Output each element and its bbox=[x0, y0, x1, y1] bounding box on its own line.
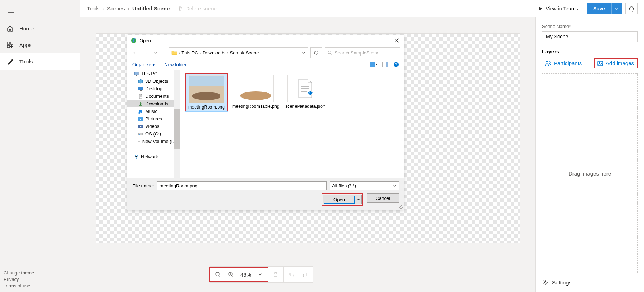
breadcrumb-item[interactable]: Tools bbox=[87, 5, 99, 11]
new-folder-button[interactable]: New folder bbox=[164, 62, 186, 67]
tree-item[interactable]: Videos bbox=[127, 123, 180, 130]
refresh-button[interactable] bbox=[310, 47, 322, 58]
tree-item-label: Network bbox=[141, 154, 158, 159]
delete-scene-button[interactable]: Delete scene bbox=[177, 5, 217, 11]
nav-back-button[interactable]: ← bbox=[131, 48, 140, 57]
settings-button[interactable]: Settings bbox=[542, 273, 638, 286]
home-icon bbox=[6, 25, 14, 32]
folder-tree[interactable]: This PC3D ObjectsDesktopDocumentsDownloa… bbox=[127, 70, 180, 178]
search-input[interactable]: Search SampleScene bbox=[325, 47, 400, 58]
view-in-teams-button[interactable]: View in Teams bbox=[533, 3, 584, 14]
svg-rect-26 bbox=[138, 141, 140, 142]
path-segment[interactable]: SampleScene bbox=[230, 50, 259, 56]
tree-scrollbar[interactable] bbox=[174, 70, 180, 178]
filetype-select[interactable]: All files (*.*) bbox=[330, 181, 399, 190]
svg-rect-14 bbox=[386, 62, 388, 67]
path-segment[interactable]: Downloads bbox=[203, 50, 225, 56]
layers-title: Layers bbox=[542, 48, 638, 54]
right-panel: Scene Name* Layers Participants Add imag… bbox=[535, 17, 644, 292]
open-button[interactable]: Open bbox=[323, 195, 355, 204]
tree-item[interactable]: Documents bbox=[127, 92, 180, 100]
tree-item[interactable]: 3D Objects bbox=[127, 77, 180, 85]
tree-item-label: This PC bbox=[141, 71, 157, 76]
svg-rect-29 bbox=[136, 158, 137, 159]
svg-rect-20 bbox=[140, 90, 142, 91]
filename-label: File name: bbox=[132, 183, 154, 188]
filename-input[interactable] bbox=[157, 181, 327, 190]
breadcrumb-item[interactable]: Scenes bbox=[107, 5, 125, 11]
scrollbar-thumb[interactable] bbox=[174, 109, 180, 149]
tree-item-label: Downloads bbox=[145, 101, 168, 106]
tree-item[interactable]: Network bbox=[127, 153, 180, 161]
top-bar: Tools › Scenes › Untitled Scene Delete s… bbox=[80, 0, 644, 17]
support-button[interactable] bbox=[625, 3, 638, 14]
edge-icon bbox=[131, 38, 137, 43]
svg-rect-2 bbox=[7, 45, 10, 48]
file-item[interactable]: meetingRoomTable.png bbox=[234, 73, 277, 110]
image-drop-zone[interactable]: Drag images here bbox=[542, 73, 638, 273]
svg-rect-30 bbox=[301, 86, 309, 87]
undo-button bbox=[289, 271, 295, 278]
tree-item[interactable]: Desktop bbox=[127, 85, 180, 92]
sidebar-item-home[interactable]: Home bbox=[0, 20, 80, 37]
dialog-title: Open bbox=[140, 38, 151, 43]
footer-terms[interactable]: Terms of use bbox=[4, 283, 34, 288]
sidebar-item-tools[interactable]: Tools bbox=[0, 53, 80, 70]
file-list[interactable]: meetingRoom.pngmeetingRoomTable.pngscene… bbox=[180, 70, 404, 178]
zoom-out-button[interactable] bbox=[215, 271, 221, 278]
tree-item[interactable]: This PC bbox=[127, 70, 180, 77]
zoom-dropdown-button[interactable] bbox=[258, 272, 263, 277]
settings-label: Settings bbox=[552, 279, 571, 286]
cancel-button[interactable]: Cancel bbox=[367, 193, 399, 203]
help-button[interactable]: ? bbox=[393, 62, 399, 67]
nav-recent-button[interactable] bbox=[152, 49, 159, 56]
file-thumbnail bbox=[287, 75, 323, 102]
footer-privacy[interactable]: Privacy bbox=[4, 277, 34, 282]
tree-item[interactable]: Music bbox=[127, 107, 180, 115]
path-segment[interactable]: This PC bbox=[181, 50, 198, 56]
nav-up-button[interactable]: ↑ bbox=[161, 48, 167, 57]
svg-rect-17 bbox=[134, 72, 138, 75]
save-button[interactable]: Save bbox=[587, 3, 611, 14]
file-item[interactable]: meetingRoom.png bbox=[185, 73, 228, 111]
save-dropdown-button[interactable] bbox=[611, 3, 622, 14]
resize-grip[interactable] bbox=[399, 205, 403, 209]
preview-pane-button[interactable] bbox=[382, 62, 388, 67]
footer-change-theme[interactable]: Change theme bbox=[4, 270, 34, 276]
sidebar-item-apps[interactable]: Apps bbox=[0, 37, 80, 53]
add-images-tab[interactable]: Add images bbox=[594, 58, 638, 68]
svg-rect-1 bbox=[10, 42, 13, 44]
scene-name-input[interactable] bbox=[542, 31, 638, 42]
open-dropdown-button[interactable] bbox=[355, 195, 362, 204]
tree-item[interactable]: OS (C:) bbox=[127, 130, 180, 138]
apps-icon bbox=[6, 41, 14, 48]
tree-item[interactable]: Downloads bbox=[127, 100, 180, 107]
tree-item[interactable]: Pictures bbox=[127, 115, 180, 123]
address-bar[interactable]: › This PC › Downloads › SampleScene bbox=[169, 47, 308, 58]
zoom-in-button[interactable] bbox=[228, 271, 234, 278]
redo-button bbox=[302, 271, 308, 278]
chevron-down-icon bbox=[175, 174, 179, 178]
footer-links: Change theme Privacy Terms of use bbox=[4, 270, 34, 288]
chevron-down-icon bbox=[393, 184, 396, 187]
file-name-label: meetingRoomTable.png bbox=[232, 104, 279, 109]
tree-item[interactable]: New Volume (D:) bbox=[127, 138, 180, 145]
file-item[interactable]: sceneMetadata.json bbox=[284, 73, 327, 110]
tree-item-label: Documents bbox=[145, 94, 169, 99]
open-button-highlighted: Open bbox=[322, 193, 363, 206]
folder-icon bbox=[171, 50, 177, 55]
caret-down-icon bbox=[357, 198, 360, 201]
view-mode-button[interactable] bbox=[370, 62, 377, 67]
dialog-close-button[interactable] bbox=[393, 37, 400, 44]
tree-item-label: Videos bbox=[145, 124, 160, 129]
delete-scene-label: Delete scene bbox=[185, 5, 217, 11]
nav-forward-button[interactable]: → bbox=[142, 48, 150, 57]
chevron-right-icon: › bbox=[102, 5, 104, 11]
svg-rect-31 bbox=[301, 88, 309, 89]
participants-tab[interactable]: Participants bbox=[542, 58, 585, 68]
sidebar-item-label: Tools bbox=[19, 58, 33, 64]
path-dropdown-button[interactable] bbox=[302, 51, 306, 54]
headset-icon bbox=[628, 5, 635, 12]
organize-button[interactable]: Organize ▾ bbox=[132, 62, 155, 67]
hamburger-button[interactable] bbox=[0, 0, 80, 20]
